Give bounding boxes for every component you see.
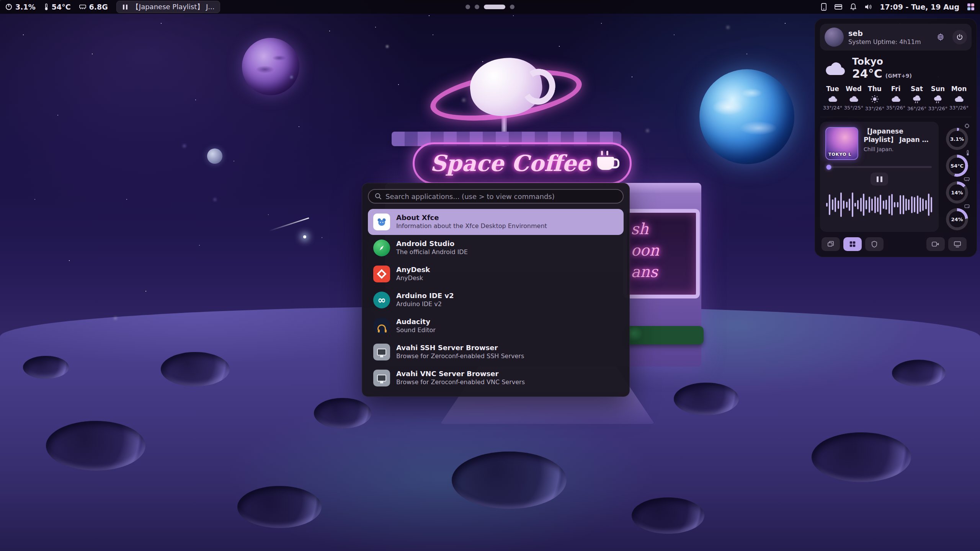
neon-sign: Space Coffee: [413, 142, 632, 184]
app-row-avahi-vnc[interactable]: Avahi VNC Server Browser Browse for Zero…: [368, 365, 624, 391]
app-desc: Browse for Zeroconf-enabled SSH Servers: [396, 352, 524, 360]
disk-gauge: 24%: [945, 204, 969, 230]
anydesk-icon: [373, 266, 390, 282]
settings-button[interactable]: [933, 30, 948, 44]
memory-icon: [79, 4, 86, 10]
weather-temperature: 24°C: [852, 67, 882, 80]
memory-value: 6.8G: [89, 3, 108, 11]
cpu-icon: [5, 3, 12, 10]
system-gauges: 3.1% 54°C 14% 24%: [942, 122, 972, 232]
pause-button[interactable]: [871, 173, 888, 186]
forecast-day: Sat 36°/26°: [906, 85, 927, 111]
bushes: [624, 326, 704, 344]
temperature-gauge: 54°C: [945, 150, 969, 177]
launcher-search[interactable]: [368, 189, 624, 204]
avahi-ssh-icon: [373, 344, 390, 360]
cpu-gauge: 3.1%: [945, 123, 969, 150]
control-panel: seb System Uptime: 4h11m Tokyo 24°C (GMT…: [815, 18, 977, 257]
temperature-gauge-value: 54°C: [946, 155, 968, 177]
app-desc: AnyDesk: [396, 274, 430, 282]
app-desc: Sound Editor: [396, 326, 436, 334]
app-launcher: About Xfce Information about the Xfce De…: [362, 183, 630, 397]
display-button[interactable]: [948, 237, 967, 251]
panel-quick-buttons: [820, 237, 972, 252]
app-row-avahi-ssh[interactable]: Avahi SSH Server Browser Browse for Zero…: [368, 339, 624, 365]
app-row-about-xfce[interactable]: About Xfce Information about the Xfce De…: [368, 209, 624, 235]
cpu-gauge-value: 3.1%: [946, 128, 968, 150]
rain-icon: [912, 95, 922, 103]
progress-handle[interactable]: [826, 165, 831, 170]
workspace-dot-1[interactable]: [466, 5, 470, 9]
layers-button[interactable]: [822, 237, 840, 251]
waveform: [825, 191, 933, 218]
topbar-right: 17:09 - Tue, 19 Aug: [821, 3, 975, 11]
forecast-day: Thu 33°/26°: [864, 85, 885, 111]
window-neon-text: ans: [631, 261, 692, 282]
app-row-android-studio[interactable]: Android Studio The official Android IDE: [368, 235, 624, 261]
app-name: Android Studio: [396, 240, 468, 248]
system-uptime: System Uptime: 4h11m: [848, 38, 929, 46]
card-icon[interactable]: [835, 4, 842, 10]
android-studio-icon: [373, 240, 390, 256]
app-desc: Arduino IDE v2: [396, 300, 454, 308]
profile-card: seb System Uptime: 4h11m: [820, 24, 972, 51]
shield-button[interactable]: [865, 237, 884, 251]
topbar-media-widget[interactable]: 【Japanese Playlist】 J...: [116, 1, 220, 13]
app-name: Arduino IDE v2: [396, 292, 454, 300]
app-row-audacity[interactable]: Audacity Sound Editor: [368, 313, 624, 339]
forecast-day: Fri 35°/26°: [885, 85, 906, 111]
media-subtitle: Chill Japan.: [864, 146, 933, 152]
app-desc: Browse for Zeroconf-enabled VNC Servers: [396, 378, 525, 386]
forecast-day: Tue 33°/24°: [822, 85, 843, 111]
neon-sign-text: Space Coffee: [430, 150, 591, 176]
forecast-day: Mon 33°/26°: [949, 85, 969, 111]
search-input[interactable]: [385, 192, 617, 201]
app-desc: The official Android IDE: [396, 248, 468, 256]
media-title: 【Japanese Playlist】 Japan All Night - To…: [864, 127, 933, 144]
search-icon: [375, 193, 382, 200]
cloud-icon: [954, 95, 964, 103]
weather-forecast: Tue 33°/24° Wed 35°/25° Thu 33°/26° Fri …: [820, 82, 972, 117]
app-name: Avahi VNC Server Browser: [396, 370, 525, 378]
memory-widget: 6.8G: [79, 3, 108, 11]
app-grid-icon[interactable]: [967, 3, 975, 11]
temperature-widget: 54°C: [44, 3, 71, 11]
media-player-card: TOKYO L 【Japanese Playlist】 Japan All Ni…: [820, 122, 939, 232]
app-name: AnyDesk: [396, 266, 430, 274]
phone-link-icon[interactable]: [821, 3, 827, 11]
media-progress-slider[interactable]: [827, 166, 932, 168]
workspace-dot-4[interactable]: [510, 5, 514, 9]
window-neon-text: oon: [631, 240, 692, 261]
album-art-text: TOKYO L: [828, 152, 851, 157]
app-desc: Information about the Xfce Desktop Envir…: [396, 222, 547, 230]
memory-gauge-value: 14%: [946, 181, 968, 204]
cloud-icon: [824, 60, 846, 77]
weather-timezone: (GMT+9): [885, 73, 912, 79]
power-button[interactable]: [952, 30, 967, 44]
pause-icon: [122, 3, 128, 11]
clock[interactable]: 17:09 - Tue, 19 Aug: [880, 3, 959, 11]
bell-icon[interactable]: [850, 3, 857, 11]
user-name: seb: [848, 29, 929, 37]
app-row-arduino[interactable]: ∞ Arduino IDE v2 Arduino IDE v2: [368, 287, 624, 313]
cafe-window: sh oon ans: [623, 209, 700, 298]
workspace-active-pill[interactable]: [484, 5, 505, 9]
cpu-usage-value: 3.1%: [15, 3, 36, 11]
album-art: TOKYO L: [825, 127, 858, 160]
app-row-anydesk[interactable]: AnyDesk AnyDesk: [368, 261, 624, 287]
record-button[interactable]: [926, 237, 945, 251]
temperature-value: 54°C: [52, 3, 71, 11]
cloud-icon: [891, 95, 901, 103]
arduino-icon: ∞: [373, 292, 390, 308]
memory-gauge: 14%: [945, 177, 969, 204]
widgets-button[interactable]: [843, 237, 862, 251]
sun-icon: [870, 95, 879, 103]
speaker-icon[interactable]: [864, 3, 872, 10]
workspace-indicator: [466, 0, 514, 14]
coffee-cup-icon: [597, 157, 614, 170]
workspace-dot-2[interactable]: [475, 5, 479, 9]
cpu-usage-widget: 3.1%: [5, 3, 36, 11]
xfce-icon: [373, 214, 390, 230]
app-name: Avahi SSH Server Browser: [396, 344, 524, 352]
rain-icon: [933, 95, 943, 103]
